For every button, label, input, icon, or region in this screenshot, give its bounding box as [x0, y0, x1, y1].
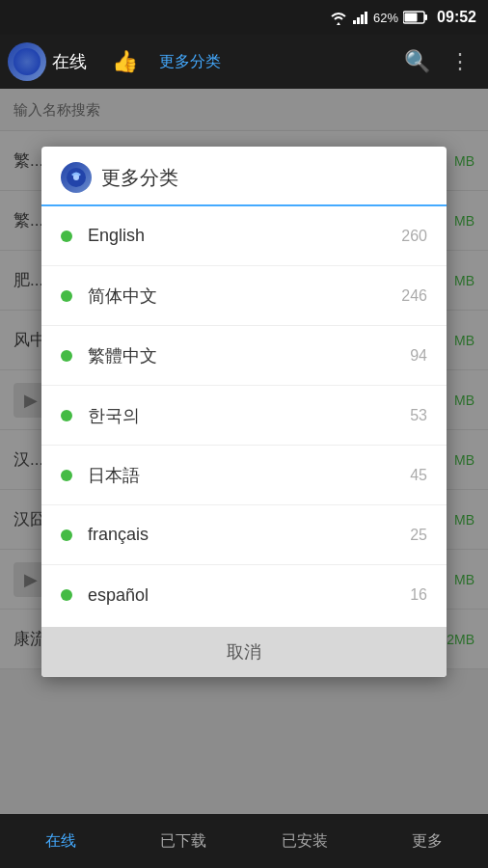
item-label-4: 日本語: [88, 464, 410, 487]
battery-text: 62%: [373, 11, 398, 25]
item-dot-3: [61, 410, 72, 421]
app-logo: [8, 42, 46, 81]
status-bar: 62% 09:52: [0, 0, 488, 35]
svg-rect-1: [357, 17, 360, 24]
signal-icon: [353, 11, 368, 24]
item-label-0: English: [88, 226, 401, 246]
svg-rect-3: [365, 12, 367, 24]
dialog: 更多分类 English 260 简体中文 246 繁體中文 94 한국의 53…: [41, 147, 447, 677]
item-label-2: 繁體中文: [88, 344, 410, 367]
dialog-logo: [61, 162, 92, 193]
item-dot-5: [61, 529, 72, 541]
item-count-4: 45: [410, 467, 427, 484]
item-dot-1: [61, 290, 72, 302]
more-icon[interactable]: ⋮: [440, 49, 480, 74]
dialog-list-item[interactable]: español 16: [41, 565, 447, 625]
item-label-1: 简体中文: [88, 285, 401, 308]
item-count-0: 260: [401, 228, 427, 245]
dialog-list-item[interactable]: 日本語 45: [41, 446, 447, 505]
dialog-list: English 260 简体中文 246 繁體中文 94 한국의 53 日本語 …: [41, 206, 447, 625]
battery-icon: [403, 11, 428, 24]
dialog-list-item[interactable]: français 25: [41, 505, 447, 565]
status-icons: 62% 09:52: [329, 9, 476, 26]
dialog-list-item[interactable]: English 260: [41, 206, 447, 266]
svg-rect-2: [361, 14, 364, 24]
item-dot-0: [61, 231, 72, 242]
svg-rect-5: [424, 14, 427, 20]
dialog-header: 更多分类: [41, 147, 447, 206]
item-label-6: español: [88, 585, 410, 606]
item-count-1: 246: [401, 287, 427, 305]
svg-point-8: [73, 175, 79, 180]
item-label-3: 한국의: [88, 404, 410, 427]
dialog-list-item[interactable]: 繁體中文 94: [41, 326, 447, 386]
item-label-5: français: [88, 525, 410, 545]
search-icon[interactable]: 🔍: [394, 49, 440, 74]
nav-bar: 在线 👍 更多分类 🔍 ⋮: [0, 35, 488, 89]
modal-overlay: 更多分类 English 260 简体中文 246 繁體中文 94 한국의 53…: [0, 89, 488, 814]
wifi-icon: [329, 11, 348, 25]
dialog-list-item[interactable]: 简体中文 246: [41, 266, 447, 326]
bottom-nav-online[interactable]: 在线: [0, 814, 122, 868]
nav-tab-more-categories[interactable]: 更多分类: [148, 35, 232, 89]
item-count-3: 53: [410, 407, 427, 424]
bottom-nav-downloaded[interactable]: 已下载: [122, 814, 245, 868]
svg-rect-6: [405, 14, 418, 22]
bottom-nav: 在线 已下载 已安装 更多: [0, 814, 488, 868]
item-dot-4: [61, 470, 72, 481]
thumb-icon[interactable]: 👍: [102, 49, 148, 74]
dialog-logo-icon: [66, 167, 87, 188]
item-dot-2: [61, 350, 72, 362]
cancel-button[interactable]: 取消: [41, 627, 447, 677]
bottom-nav-more[interactable]: 更多: [366, 814, 489, 868]
item-count-5: 25: [410, 527, 427, 544]
item-count-2: 94: [410, 347, 427, 365]
dialog-title: 更多分类: [101, 165, 178, 191]
svg-rect-0: [353, 20, 356, 24]
bottom-nav-installed[interactable]: 已安装: [244, 814, 366, 868]
item-dot-6: [61, 589, 72, 601]
dialog-list-item[interactable]: 한국의 53: [41, 386, 447, 446]
nav-title: 在线: [52, 50, 87, 73]
item-count-6: 16: [410, 586, 427, 604]
status-time: 09:52: [437, 9, 476, 26]
